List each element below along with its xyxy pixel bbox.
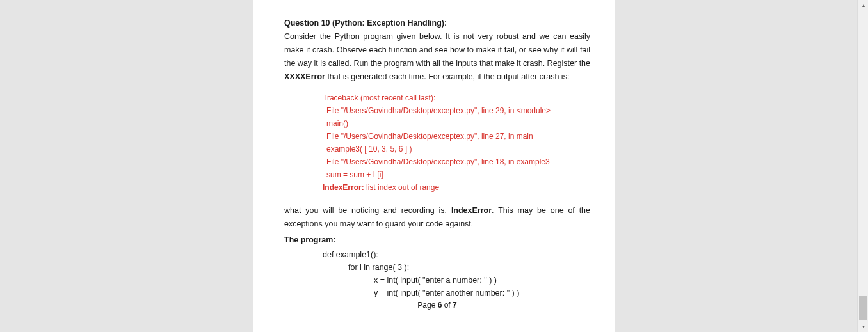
scroll-thumb[interactable]: [859, 296, 867, 320]
trace-line: main(): [323, 117, 590, 130]
para-bold: XXXXError: [284, 72, 325, 81]
page-pre: Page: [417, 301, 437, 310]
code-line: x = int( input( "enter a number: " ) ): [323, 274, 590, 287]
trace-line: File "/Users/Govindha/Desktop/exceptex.p…: [323, 155, 590, 168]
para-bold: IndexError: [451, 206, 492, 215]
scroll-down-arrow-icon[interactable]: ▾: [858, 321, 868, 332]
question-title: Question 10 (Python: Exception Handling)…: [284, 19, 590, 28]
page-total: 7: [453, 301, 457, 310]
scroll-up-arrow-icon[interactable]: ▴: [858, 0, 868, 11]
code-line: def example1():: [323, 248, 590, 261]
para-text: what you will be noticing and recording …: [284, 206, 451, 215]
vertical-scrollbar[interactable]: ▴ ▾: [857, 0, 868, 332]
program-label: The program:: [284, 233, 590, 247]
trace-line: example3( [ 10, 3, 5, 6 ] ): [323, 143, 590, 155]
trace-line: File "/Users/Govindha/Desktop/exceptex.p…: [323, 104, 590, 117]
document-page: Question 10 (Python: Exception Handling)…: [253, 0, 615, 332]
question-paragraph: Consider the Python program given below.…: [284, 30, 590, 84]
page-mid: of: [442, 301, 453, 310]
para-text: Consider the Python program given below.…: [284, 32, 590, 68]
code-block: def example1(): for i in range( 3 ): x =…: [323, 248, 590, 299]
trace-line: sum = sum + L[i]: [323, 168, 590, 181]
code-line: for i in range( 3 ):: [323, 261, 590, 274]
trace-error-line: IndexError: list index out of range: [323, 181, 590, 194]
trace-error-msg: list index out of range: [364, 183, 439, 192]
after-paragraph: what you will be noticing and recording …: [284, 204, 590, 231]
para-tail: that is generated each time. For example…: [325, 72, 569, 81]
document-viewport: Question 10 (Python: Exception Handling)…: [0, 0, 868, 332]
code-line: y = int( input( "enter another number: "…: [323, 287, 590, 299]
page-number: Page 6 of 7: [284, 301, 590, 310]
trace-error-name: IndexError:: [323, 183, 364, 192]
trace-line: File "/Users/Govindha/Desktop/exceptex.p…: [323, 130, 590, 143]
traceback-block: Traceback (most recent call last): File …: [323, 91, 590, 194]
trace-line: Traceback (most recent call last):: [323, 91, 590, 104]
